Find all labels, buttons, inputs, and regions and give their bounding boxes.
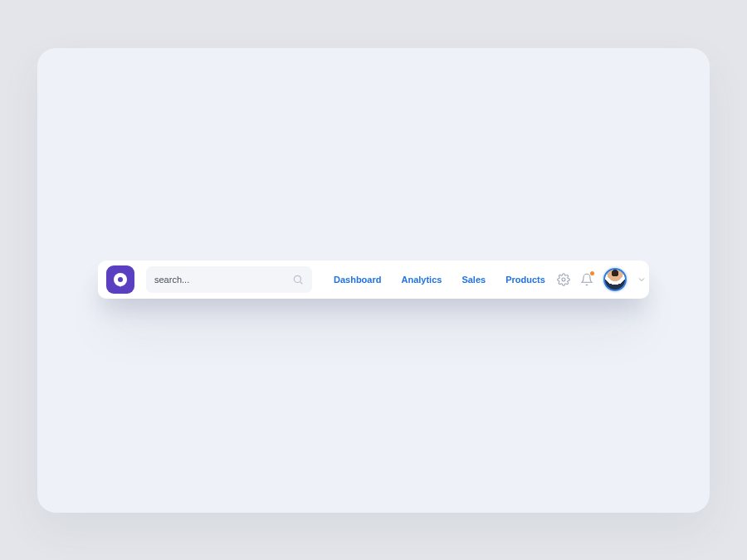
gear-icon: [557, 273, 570, 286]
nav-link-products[interactable]: Products: [505, 275, 545, 285]
speech-bubble-icon: [114, 273, 127, 286]
app-logo[interactable]: [106, 265, 134, 294]
navbar-right: [557, 268, 647, 291]
nav-link-analytics[interactable]: Analytics: [401, 275, 442, 285]
search-field[interactable]: [146, 266, 312, 293]
svg-point-2: [562, 278, 565, 281]
notification-dot: [590, 271, 594, 275]
user-avatar[interactable]: [603, 268, 627, 291]
svg-line-1: [300, 281, 303, 284]
search-icon: [292, 274, 304, 285]
chevron-down-icon[interactable]: [637, 275, 647, 285]
nav-link-sales[interactable]: Sales: [461, 275, 486, 285]
app-panel: Dashboard Analytics Sales Products: [37, 48, 710, 513]
top-navbar: Dashboard Analytics Sales Products: [98, 261, 649, 299]
notifications-button[interactable]: [580, 273, 593, 286]
svg-point-0: [294, 275, 300, 282]
settings-button[interactable]: [557, 273, 570, 286]
nav-link-dashboard[interactable]: Dashboard: [334, 275, 381, 285]
search-input[interactable]: [154, 275, 292, 285]
nav-links: Dashboard Analytics Sales Products: [324, 275, 545, 285]
